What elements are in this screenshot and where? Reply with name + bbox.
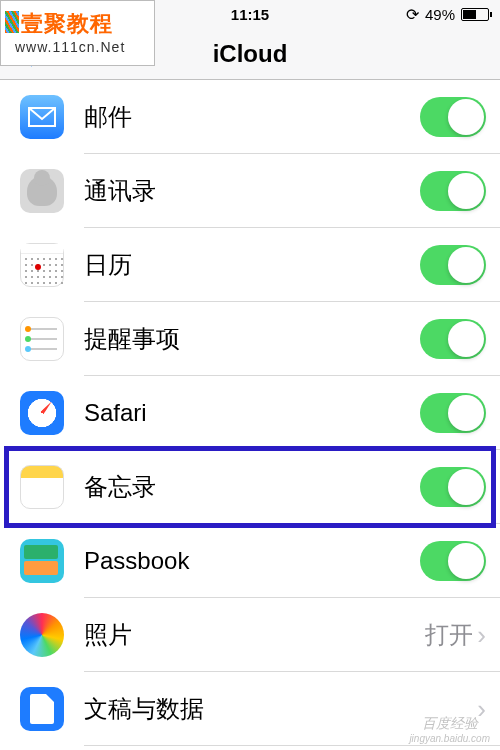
row-label: Safari — [84, 399, 420, 427]
row-label: 日历 — [84, 249, 420, 281]
toggle-calendar[interactable] — [420, 245, 486, 285]
battery-percent: 49% — [425, 6, 455, 23]
toggle-reminders[interactable] — [420, 319, 486, 359]
toggle-mail[interactable] — [420, 97, 486, 137]
row-label: 照片 — [84, 619, 425, 651]
watermark-stripes-icon — [5, 11, 19, 33]
watermark-site-badge: 壹聚教程 www.111cn.Net — [0, 0, 155, 66]
documents-icon — [20, 687, 64, 731]
row-calendar[interactable]: 日历 — [0, 228, 500, 302]
watermark-br-bottom: jingyan.baidu.com — [409, 733, 490, 744]
watermark-baidu: 百度经验 jingyan.baidu.com — [409, 715, 490, 744]
passbook-icon — [20, 539, 64, 583]
row-findmyiphone[interactable]: 查找我的 iPhone › — [0, 746, 500, 750]
calendar-icon — [20, 243, 64, 287]
contacts-icon — [20, 169, 64, 213]
mail-icon — [20, 95, 64, 139]
status-time: 11:15 — [231, 6, 269, 23]
settings-list: 邮件 通讯录 日历 提醒事项 Safari 备忘录 Passbook 照片 打开… — [0, 80, 500, 750]
row-label: 提醒事项 — [84, 323, 420, 355]
toggle-notes[interactable] — [420, 467, 486, 507]
toggle-safari[interactable] — [420, 393, 486, 433]
watermark-title: 壹聚教程 — [21, 1, 154, 39]
row-label: 通讯录 — [84, 175, 420, 207]
row-mail[interactable]: 邮件 — [0, 80, 500, 154]
chevron-right-icon: › — [477, 620, 486, 651]
row-safari[interactable]: Safari — [0, 376, 500, 450]
photos-icon — [20, 613, 64, 657]
row-detail: 打开 — [425, 619, 473, 651]
row-label: 邮件 — [84, 101, 420, 133]
battery-fill — [463, 10, 476, 19]
watermark-url: www.111cn.Net — [15, 39, 154, 55]
row-reminders[interactable]: 提醒事项 — [0, 302, 500, 376]
watermark-br-top: 百度经验 — [409, 715, 490, 733]
safari-icon — [20, 391, 64, 435]
page-title: iCloud — [213, 40, 288, 68]
toggle-passbook[interactable] — [420, 541, 486, 581]
row-contacts[interactable]: 通讯录 — [0, 154, 500, 228]
row-notes[interactable]: 备忘录 — [0, 450, 500, 524]
row-label: Passbook — [84, 547, 420, 575]
toggle-contacts[interactable] — [420, 171, 486, 211]
row-photos[interactable]: 照片 打开 › — [0, 598, 500, 672]
status-right: ⟳ 49% — [406, 5, 492, 24]
reminders-icon — [20, 317, 64, 361]
battery-icon — [461, 8, 492, 21]
row-passbook[interactable]: Passbook — [0, 524, 500, 598]
row-label: 备忘录 — [84, 471, 420, 503]
orientation-lock-icon: ⟳ — [406, 5, 419, 24]
notes-icon — [20, 465, 64, 509]
